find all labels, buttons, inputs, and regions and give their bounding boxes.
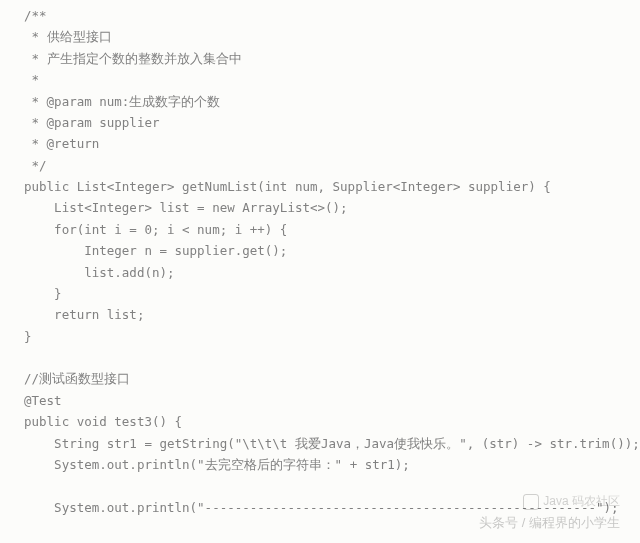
wm-icon	[523, 494, 539, 510]
watermark-line2: 头条号 / 编程界的小学生	[479, 513, 620, 533]
watermark: Java 码农社区 头条号 / 编程界的小学生	[479, 492, 620, 533]
code-content: /** * 供给型接口 * 产生指定个数的整数并放入集合中 * * @param…	[24, 8, 640, 543]
watermark-line1: Java 码农社区	[543, 494, 620, 508]
code-block: /** * 供给型接口 * 产生指定个数的整数并放入集合中 * * @param…	[0, 0, 640, 543]
